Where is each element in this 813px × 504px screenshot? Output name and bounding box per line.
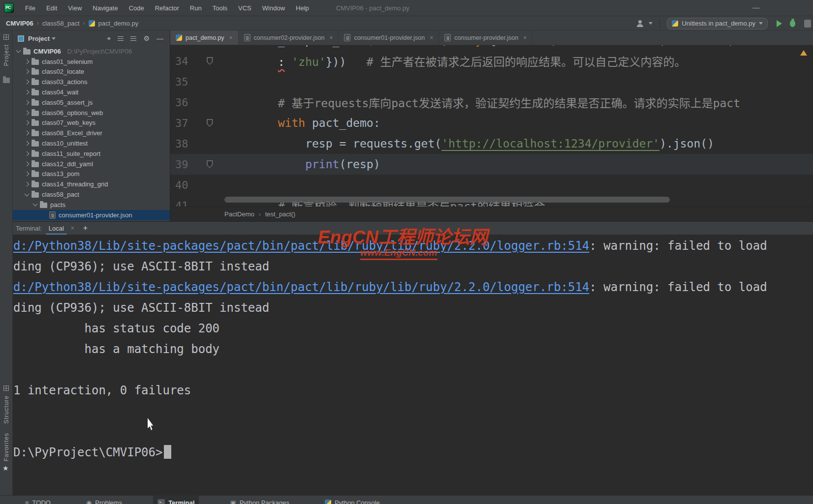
statusbar-item-python-packages[interactable]: ▣Python Packages: [225, 496, 293, 504]
menu-file[interactable]: File: [20, 4, 41, 12]
chevron-collapsed-icon[interactable]: [25, 80, 30, 85]
terminal-text: 1 interaction, 0 failures: [13, 384, 191, 397]
editor-tab-consumer02-provider.json[interactable]: consumer02-provider.json×: [239, 30, 339, 45]
tree-item-class11_suite_report[interactable]: class11_suite_report: [13, 148, 170, 159]
close-icon[interactable]: ×: [523, 34, 527, 41]
debug-button[interactable]: [790, 20, 795, 27]
code-editor[interactable]: will_respond_with(status=200, body={'s1'…: [170, 45, 813, 207]
run-button[interactable]: [777, 20, 782, 27]
chevron-collapsed-icon[interactable]: [25, 90, 30, 95]
chevron-expanded-icon[interactable]: [25, 191, 30, 196]
chevron-expanded-icon[interactable]: [33, 202, 38, 207]
menu-navigate[interactable]: Navigate: [87, 4, 123, 12]
breadcrumb-item[interactable]: pact_demo.py: [98, 20, 139, 27]
pycharm-logo-icon[interactable]: [4, 3, 14, 13]
breadcrumb-item[interactable]: CMVIP06: [6, 20, 33, 27]
statusbar-item-label: Python Console: [335, 499, 380, 504]
menu-run[interactable]: Run: [185, 4, 207, 12]
structure-icon[interactable]: [3, 385, 9, 391]
minimize-button[interactable]: —: [752, 0, 760, 15]
breadcrumb-item[interactable]: class58_pact: [42, 20, 80, 27]
close-icon[interactable]: ×: [229, 34, 233, 41]
chevron-expanded-icon[interactable]: [16, 48, 21, 53]
tree-item-class04_wait[interactable]: class04_wait: [13, 87, 170, 97]
tree-item-class58_pact[interactable]: class58_pact: [13, 189, 170, 200]
fold-marker-icon[interactable]: [207, 160, 213, 168]
chevron-down-icon[interactable]: [52, 37, 56, 40]
tree-item-class06_options_web[interactable]: class06_options_web: [13, 108, 170, 118]
project-tool-icon[interactable]: [3, 34, 9, 40]
horizontal-scrollbar[interactable]: [224, 197, 670, 203]
tree-item-class13_pom[interactable]: class13_pom: [13, 169, 170, 179]
close-icon[interactable]: ×: [430, 34, 433, 41]
menu-code[interactable]: Code: [124, 4, 150, 12]
tree-item-class08_Excel_driver[interactable]: class08_Excel_driver: [13, 128, 170, 138]
menu-view[interactable]: View: [63, 4, 87, 12]
hide-icon[interactable]: —: [156, 35, 163, 42]
locate-icon[interactable]: ⌖: [107, 35, 111, 42]
menu-refactor[interactable]: Refactor: [150, 4, 185, 12]
tree-item-class07_web_keys[interactable]: class07_web_keys: [13, 118, 170, 128]
dropdown-arrow-icon[interactable]: [649, 22, 653, 25]
settings-gear-icon[interactable]: ⚙: [143, 35, 150, 42]
menu-window[interactable]: Window: [257, 4, 290, 12]
terminal-tab-local[interactable]: Local: [46, 222, 67, 235]
tree-item-class12_ddt_yaml[interactable]: class12_ddt_yaml: [13, 159, 170, 169]
chevron-collapsed-icon[interactable]: [25, 131, 30, 136]
new-terminal-button[interactable]: +: [83, 224, 88, 233]
chevron-collapsed-icon[interactable]: [25, 69, 30, 74]
breadcrumb-item[interactable]: PactDemo: [224, 210, 254, 218]
chevron-collapsed-icon[interactable]: [25, 100, 30, 105]
statusbar-item-todo[interactable]: ≡TODO: [21, 496, 55, 504]
statusbar-item-problems[interactable]: ◉Problems: [82, 496, 126, 504]
user-icon[interactable]: [636, 20, 644, 27]
tree-item-CMVIP06[interactable]: CMVIP06D:\PyProject\CMVIP06: [13, 46, 170, 57]
tree-item-class10_unittest[interactable]: class10_unittest: [13, 138, 170, 148]
tree-item-class05_assert_js[interactable]: class05_assert_js: [13, 97, 170, 108]
editor-tab-pact_demo.py[interactable]: pact_demo.py×: [170, 30, 239, 45]
stripe-label-project[interactable]: Project: [3, 44, 10, 66]
inspection-warning-icon[interactable]: [800, 50, 807, 56]
terminal-output[interactable]: d:/Python38/Lib/site-packages/pact/bin/p…: [13, 235, 813, 495]
breadcrumb-separator: ›: [259, 211, 261, 218]
stripe-label-structure[interactable]: Structure: [3, 395, 10, 424]
menu-edit[interactable]: Edit: [41, 4, 63, 12]
tree-item-consumer01-provider.json[interactable]: consumer01-provider.json: [13, 210, 170, 220]
chevron-collapsed-icon[interactable]: [25, 110, 30, 115]
breadcrumb-item[interactable]: test_pact(): [265, 210, 295, 218]
close-icon[interactable]: ×: [71, 225, 74, 232]
chevron-collapsed-icon[interactable]: [25, 161, 30, 166]
terminal-line: D:\PyProject\CMVIP06>: [13, 442, 813, 463]
chevron-collapsed-icon[interactable]: [25, 151, 30, 156]
tree-item-class02_locate[interactable]: class02_locate: [13, 67, 170, 77]
statusbar-item-python-console[interactable]: Python Console: [320, 496, 384, 504]
tree-item-class01_selenium[interactable]: class01_selenium: [13, 57, 170, 67]
statusbar-item-terminal[interactable]: Terminal: [153, 496, 199, 504]
chevron-collapsed-icon[interactable]: [25, 120, 30, 125]
stripe-label-favorites[interactable]: Favorites: [3, 433, 10, 461]
editor-tab-consumer-provider.json[interactable]: consumer-provider.json×: [439, 30, 532, 45]
run-configuration-select[interactable]: Unittests in pact_demo.py: [667, 18, 768, 30]
expand-all-icon[interactable]: [118, 36, 124, 41]
code-text: [223, 56, 278, 68]
star-icon[interactable]: ★: [2, 464, 9, 472]
breadcrumb-separator: ›: [37, 20, 39, 27]
menu-vcs[interactable]: VCS: [233, 4, 257, 12]
editor-tab-consumer01-provider.json[interactable]: consumer01-provider.json×: [339, 30, 439, 45]
chevron-collapsed-icon[interactable]: [25, 172, 30, 177]
close-icon[interactable]: ×: [329, 34, 333, 41]
menu-help[interactable]: Help: [290, 4, 314, 12]
terminal-link[interactable]: d:/Python38/Lib/site-packages/pact/bin/p…: [13, 280, 589, 294]
tree-item-class03_actions[interactable]: class03_actions: [13, 77, 170, 87]
fold-marker-icon[interactable]: [207, 57, 213, 65]
tree-item-pacts[interactable]: pacts: [13, 200, 170, 210]
fold-marker-icon[interactable]: [207, 119, 213, 127]
terminal-link[interactable]: d:/Python38/Lib/site-packages/pact/bin/p…: [13, 239, 589, 253]
menu-tools[interactable]: Tools: [207, 4, 233, 12]
tree-item-class14_threading_grid[interactable]: class14_threading_grid: [13, 179, 170, 189]
chevron-collapsed-icon[interactable]: [25, 141, 30, 146]
chevron-collapsed-icon[interactable]: [25, 182, 30, 187]
coverage-button[interactable]: [804, 20, 811, 28]
chevron-collapsed-icon[interactable]: [25, 59, 30, 64]
collapse-all-icon[interactable]: [130, 36, 136, 41]
